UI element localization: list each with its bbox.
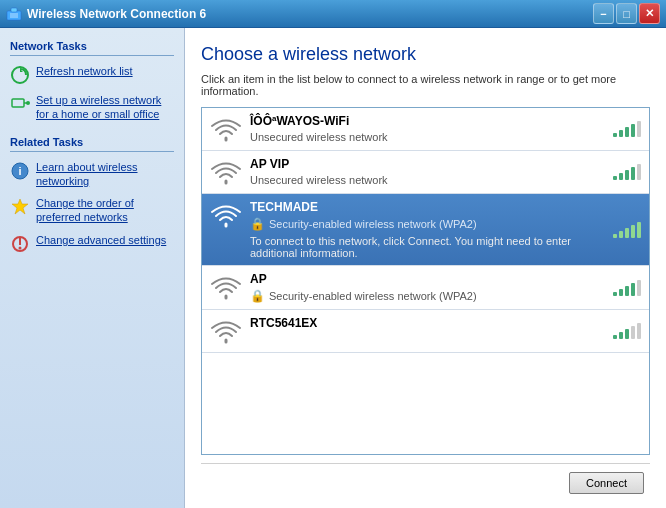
signal-bar <box>613 176 617 180</box>
wifi-icon <box>211 318 241 346</box>
minimize-button[interactable]: − <box>593 3 614 24</box>
sidebar-item-setup[interactable]: Set up a wireless network for a home or … <box>10 93 174 122</box>
signal-bar <box>637 323 641 339</box>
advanced-icon <box>10 234 30 254</box>
refresh-label[interactable]: Refresh network list <box>36 64 133 78</box>
signal-bar <box>613 335 617 339</box>
network-name: ÎÔÔªWAYOS-WiFi <box>250 114 605 128</box>
sidebar-item-refresh[interactable]: Refresh network list <box>10 64 174 85</box>
lock-icon: 🔒 <box>250 217 265 231</box>
signal-bar <box>637 280 641 296</box>
network-list[interactable]: ÎÔÔªWAYOS-WiFi Unsecured wireless networ… <box>202 108 649 454</box>
network-status: Unsecured wireless network <box>250 131 605 143</box>
network-list-item[interactable]: TECHMADE 🔒 Security-enabled wireless net… <box>202 194 649 266</box>
signal-bars <box>613 164 641 180</box>
svg-marker-9 <box>12 199 28 214</box>
refresh-icon <box>10 65 30 85</box>
svg-point-12 <box>19 246 22 249</box>
signal-bar <box>619 173 623 180</box>
bottom-bar: Connect <box>201 463 650 498</box>
network-list-item[interactable]: AP VIP Unsecured wireless network <box>202 151 649 194</box>
network-info: RTC5641EX <box>250 316 605 333</box>
close-button[interactable]: ✕ <box>639 3 660 24</box>
network-extra-info: To connect to this network, click Connec… <box>250 235 605 259</box>
order-label[interactable]: Change the order of preferred networks <box>36 196 174 225</box>
signal-bar <box>625 329 629 339</box>
network-tasks-section: Network Tasks Refresh network list <box>10 40 174 122</box>
network-info: AP 🔒 Security-enabled wireless network (… <box>250 272 605 303</box>
signal-bar <box>619 231 623 238</box>
advanced-label[interactable]: Change advanced settings <box>36 233 166 247</box>
signal-bars <box>613 323 641 339</box>
setup-label[interactable]: Set up a wireless network for a home or … <box>36 93 174 122</box>
sidebar-item-advanced[interactable]: Change advanced settings <box>10 233 174 254</box>
title-bar: Wireless Network Connection 6 − □ ✕ <box>0 0 666 28</box>
window-icon <box>6 6 22 22</box>
signal-bar <box>619 130 623 137</box>
maximize-button[interactable]: □ <box>616 3 637 24</box>
related-tasks-section: Related Tasks i Learn about wireless net… <box>10 136 174 254</box>
wifi-icon-container <box>210 316 242 346</box>
window-title: Wireless Network Connection 6 <box>27 7 593 21</box>
signal-bar <box>631 225 635 238</box>
main-content: Choose a wireless network Click an item … <box>185 28 666 508</box>
signal-bar <box>631 167 635 180</box>
signal-bar <box>619 289 623 296</box>
learn-label[interactable]: Learn about wireless networking <box>36 160 174 189</box>
signal-bar <box>613 133 617 137</box>
signal-bars <box>613 121 641 137</box>
wifi-icon <box>211 274 241 302</box>
network-list-item[interactable]: ÎÔÔªWAYOS-WiFi Unsecured wireless networ… <box>202 108 649 151</box>
signal-bar <box>631 124 635 137</box>
signal-bar <box>613 292 617 296</box>
signal-bar <box>619 332 623 339</box>
main-layout: Network Tasks Refresh network list <box>0 28 666 508</box>
signal-bar <box>625 286 629 296</box>
signal-bars <box>613 280 641 296</box>
signal-bar <box>631 326 635 339</box>
network-list-item[interactable]: RTC5641EX <box>202 310 649 353</box>
signal-bar <box>631 283 635 296</box>
page-description: Click an item in the list below to conne… <box>201 73 650 97</box>
network-info: TECHMADE 🔒 Security-enabled wireless net… <box>250 200 605 259</box>
wifi-icon-container <box>210 114 242 144</box>
network-name: AP <box>250 272 605 286</box>
window-controls: − □ ✕ <box>593 3 660 24</box>
signal-bar <box>613 234 617 238</box>
network-tasks-title: Network Tasks <box>10 40 174 56</box>
svg-rect-1 <box>10 13 18 18</box>
svg-point-6 <box>26 101 30 105</box>
svg-text:i: i <box>18 165 21 177</box>
setup-icon <box>10 94 30 114</box>
network-info: ÎÔÔªWAYOS-WiFi Unsecured wireless networ… <box>250 114 605 143</box>
signal-bar <box>625 170 629 180</box>
sidebar-item-learn[interactable]: i Learn about wireless networking <box>10 160 174 189</box>
page-title: Choose a wireless network <box>201 44 650 65</box>
svg-rect-4 <box>12 99 24 107</box>
wifi-icon <box>211 116 241 144</box>
signal-bar <box>625 127 629 137</box>
sidebar-item-order[interactable]: Change the order of preferred networks <box>10 196 174 225</box>
network-name: RTC5641EX <box>250 316 605 330</box>
related-tasks-title: Related Tasks <box>10 136 174 152</box>
signal-bar <box>637 222 641 238</box>
network-status: 🔒 Security-enabled wireless network (WPA… <box>250 217 605 231</box>
lock-icon: 🔒 <box>250 289 265 303</box>
wifi-icon <box>211 202 241 230</box>
network-status: 🔒 Security-enabled wireless network (WPA… <box>250 289 605 303</box>
signal-bars <box>613 222 641 238</box>
connect-button[interactable]: Connect <box>569 472 644 494</box>
wifi-icon-container <box>210 157 242 187</box>
signal-bar <box>637 121 641 137</box>
order-icon <box>10 197 30 217</box>
network-name: TECHMADE <box>250 200 605 214</box>
network-status: Unsecured wireless network <box>250 174 605 186</box>
network-list-item[interactable]: AP 🔒 Security-enabled wireless network (… <box>202 266 649 310</box>
wifi-icon-container <box>210 200 242 230</box>
sidebar: Network Tasks Refresh network list <box>0 28 185 508</box>
wifi-icon <box>211 159 241 187</box>
svg-rect-2 <box>11 8 17 12</box>
network-name: AP VIP <box>250 157 605 171</box>
network-info: AP VIP Unsecured wireless network <box>250 157 605 186</box>
learn-icon: i <box>10 161 30 181</box>
